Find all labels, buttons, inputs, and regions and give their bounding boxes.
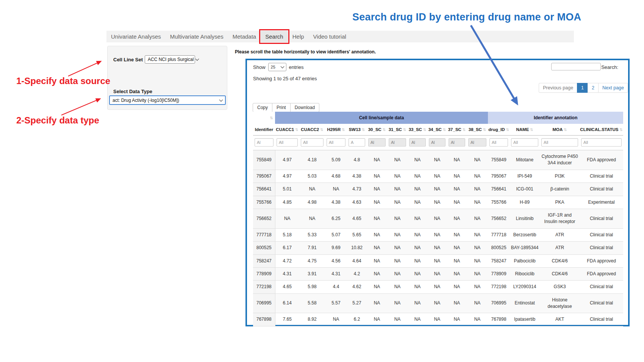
cell-38-sc: NA — [467, 281, 488, 293]
filter-input-moa[interactable]: All — [541, 138, 578, 147]
cell-37-sc: NA — [447, 196, 467, 209]
cell-33-sc: NA — [408, 183, 427, 196]
column-header-34-sc[interactable]: 34_SC⇅ — [427, 124, 447, 136]
cell-sw13: 5.27 — [347, 293, 367, 313]
column-header-31-sc[interactable]: 31_SC⇅ — [387, 124, 408, 136]
cell-line-set-select[interactable]: ACC NCI plus Surgical — [145, 55, 195, 64]
cell-moa: PI3K — [540, 170, 580, 183]
column-header-drug-id[interactable]: drug_ID⇅ — [488, 124, 510, 136]
cell-34-sc: NA — [427, 293, 447, 313]
column-header-38-sc[interactable]: 38_SC⇅ — [467, 124, 488, 136]
red-arrow-data-type — [61, 99, 100, 115]
cell-identifier: 758247 — [253, 254, 275, 267]
page-length-select[interactable]: 25 — [268, 63, 286, 71]
column-header-name[interactable]: NAME⇅ — [510, 124, 540, 136]
cell-sw13: 5.65 — [347, 228, 367, 241]
nav-tab-metadata[interactable]: Metadata — [228, 31, 261, 42]
filter-input-h295r[interactable]: All — [327, 138, 345, 147]
filter-input-identifier[interactable]: Al — [255, 138, 274, 147]
cell-clinical-status: Clinical trial — [580, 281, 623, 293]
nav-tab-search[interactable]: Search — [261, 31, 288, 42]
cell-34-sc: NA — [427, 170, 447, 183]
cell-30-sc: NA — [367, 209, 387, 228]
table-row: 7582474.724.754.564.64NANANANANANA758247… — [253, 254, 623, 267]
cell-name: IPI-549 — [510, 170, 540, 183]
cell-drug-id: 767898 — [488, 313, 510, 326]
page-button-1[interactable]: 1 — [577, 83, 588, 93]
cell-33-sc: NA — [408, 267, 427, 280]
cell-cuacc2: 4.98 — [299, 196, 325, 209]
identifier-sort-header[interactable]: ⇅ — [253, 112, 275, 124]
next-page-button[interactable]: Next page — [598, 83, 628, 93]
cell-clinical-status: Clinical trial — [580, 242, 623, 254]
cell-line-set-label: Cell Line Set — [113, 57, 143, 62]
cell-clinical-status: Clinical trial — [580, 228, 623, 241]
cell-34-sc: NA — [427, 196, 447, 209]
column-header-clinical-status[interactable]: CLINICAL.STATUS⇅ — [580, 124, 623, 136]
filter-input-clinical-status[interactable]: All — [581, 138, 622, 147]
column-header-identifier[interactable]: Identifier — [253, 124, 275, 136]
column-header-cuacc1[interactable]: CUACC1⇅ — [275, 124, 299, 136]
print-button[interactable]: Print — [272, 103, 291, 112]
filter-input-cuacc1[interactable]: All — [277, 138, 298, 147]
filter-input-cuacc2[interactable]: All — [301, 138, 324, 147]
column-header-37-sc[interactable]: 37_SC⇅ — [447, 124, 467, 136]
column-label: CLINICAL.STATUS — [580, 127, 618, 132]
table-row: 8005256.177.919.6910.82NANANANANANA80052… — [253, 242, 623, 254]
cell-34-sc: NA — [427, 242, 447, 254]
cell-cuacc1: 4.97 — [275, 150, 299, 170]
column-header-moa[interactable]: MOA⇅ — [540, 124, 580, 136]
data-type-select[interactable]: act: Drug Activity (-log10[IC50M]) — [109, 95, 226, 105]
table-row: 7950674.975.034.684.38NANANANANANA795067… — [253, 170, 623, 183]
column-header-cuacc2[interactable]: CUACC2⇅ — [299, 124, 325, 136]
cell-identifier: 795067 — [253, 170, 275, 183]
search-input[interactable] — [551, 63, 601, 70]
cell-cuacc1: 5.18 — [275, 228, 299, 241]
column-header-33-sc[interactable]: 33_SC⇅ — [408, 124, 427, 136]
cell-moa: Cytochrome P450 3A4 inducer — [540, 150, 580, 170]
table-row: 7678987.658.92NA6.2NANANANANANA767898Ipa… — [253, 313, 623, 326]
cell-h295r: 4.38 — [325, 196, 347, 209]
table-row: 7557664.854.984.384.63NANANANANANA755766… — [253, 196, 623, 209]
column-header-h295r[interactable]: H295R⇅ — [325, 124, 347, 136]
cell-33-sc: NA — [408, 293, 427, 313]
filter-input-sw13[interactable]: A — [349, 138, 365, 147]
filter-input-drug-id[interactable]: All — [489, 138, 508, 147]
page-button-2[interactable]: 2 — [588, 83, 599, 93]
column-label: CUACC1 — [276, 127, 294, 132]
cell-name: LY2090314 — [510, 281, 540, 293]
sort-icon: ⇅ — [403, 128, 406, 132]
cell-clinical-status: Experimental — [580, 196, 623, 209]
filter-cell: All — [325, 136, 347, 150]
table-row: 7566415.01NANA4.73NANANANANANA756641ICG-… — [253, 183, 623, 196]
filter-cell: Al — [427, 136, 447, 150]
cell-31-sc: NA — [387, 313, 408, 326]
column-header-sw13[interactable]: SW13⇅ — [347, 124, 367, 136]
sort-icon: ⇅ — [362, 128, 365, 132]
sort-icon: ⇅ — [295, 128, 298, 132]
nav-tab-multivariate-analyses[interactable]: Multivariate Analyses — [166, 31, 228, 42]
annotation-step2: 2-Specify data type — [16, 115, 99, 126]
nav-tab-univariate-analyses[interactable]: Univariate Analyses — [106, 31, 166, 42]
showing-entries-text: Showing 1 to 25 of 47 entries — [253, 76, 317, 81]
sort-icon: ⇅ — [619, 128, 622, 132]
filter-input-name[interactable]: All — [511, 138, 538, 147]
cell-30-sc: NA — [367, 242, 387, 254]
cell-34-sc: NA — [427, 281, 447, 293]
cell-h295r: NA — [325, 313, 347, 326]
previous-page-button[interactable]: Previous page — [539, 83, 577, 93]
cell-identifier: 777718 — [253, 228, 275, 241]
cell-33-sc: NA — [408, 281, 427, 293]
cell-cuacc2: 5.33 — [299, 228, 325, 241]
cell-cuacc2: 5.03 — [299, 170, 325, 183]
nav-tab-help[interactable]: Help — [288, 31, 309, 42]
nav-tab-video-tutorial[interactable]: Video tutorial — [309, 31, 351, 42]
download-button[interactable]: Download — [290, 103, 319, 112]
copy-button[interactable]: Copy — [253, 103, 272, 112]
cell-line-set-row: Cell Line Set ACC NCI plus Surgical — [113, 55, 195, 64]
cell-34-sc: NA — [427, 228, 447, 241]
cell-cuacc1: 4.85 — [275, 196, 299, 209]
chevron-down-icon — [195, 57, 199, 61]
column-header-30-sc[interactable]: 30_SC⇅ — [367, 124, 387, 136]
cell-34-sc: NA — [427, 267, 447, 280]
